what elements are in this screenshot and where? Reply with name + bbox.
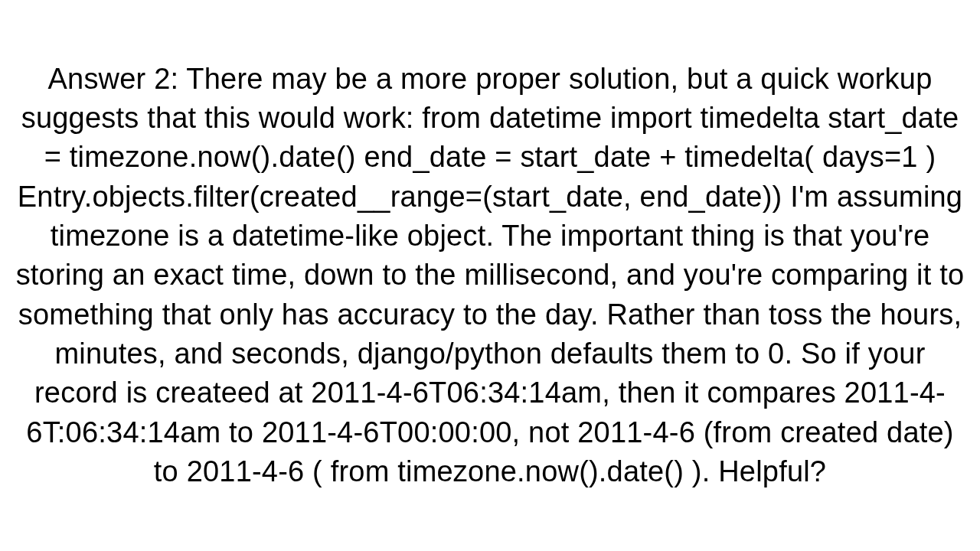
answer-text: Answer 2: There may be a more proper sol… (11, 60, 969, 491)
